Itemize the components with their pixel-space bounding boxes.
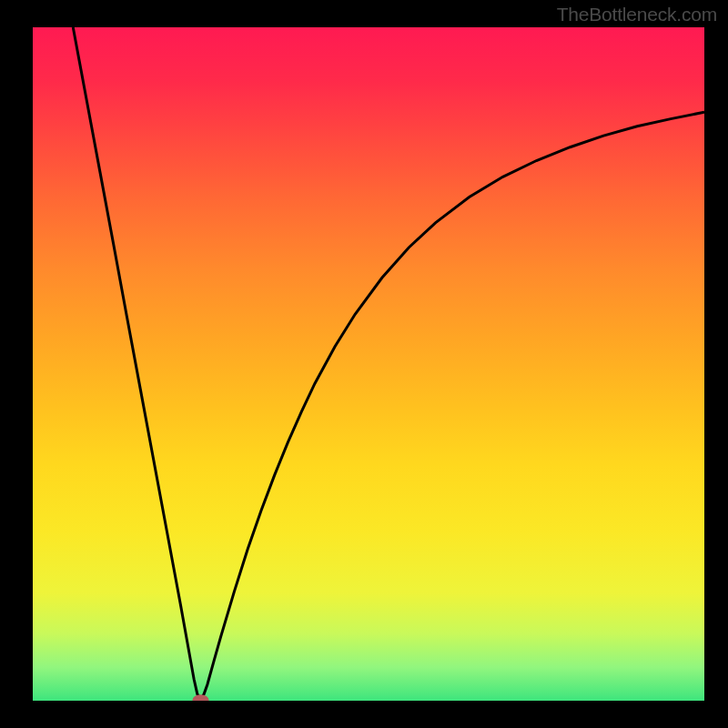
curve-layer <box>33 27 704 701</box>
plot-area <box>33 27 704 701</box>
marker-dot <box>193 694 209 701</box>
curve-line <box>73 27 704 700</box>
chart-container: TheBottleneck.com <box>0 0 728 728</box>
watermark: TheBottleneck.com <box>557 4 717 25</box>
